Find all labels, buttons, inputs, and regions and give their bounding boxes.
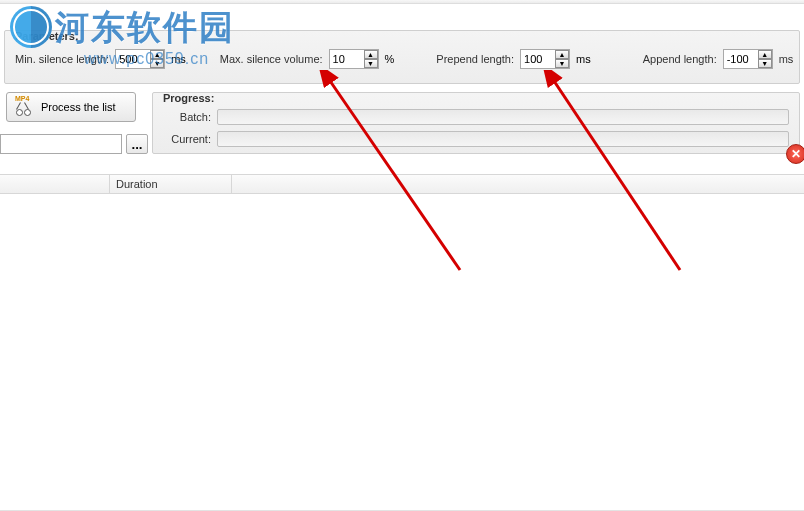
- prepend-length-label: Prepend length:: [436, 53, 514, 65]
- close-icon[interactable]: ✕: [786, 144, 804, 164]
- max-silence-volume-input[interactable]: ▲▼: [329, 49, 379, 69]
- watermark-text: 河东软件园: [55, 5, 235, 51]
- mp4-icon: [15, 99, 35, 115]
- max-silence-volume-label: Max. silence volume:: [220, 53, 323, 65]
- progress-title: Progress:: [161, 92, 216, 104]
- append-length-input[interactable]: ▲▼: [723, 49, 773, 69]
- browse-button[interactable]: ...: [126, 134, 148, 154]
- list-header-duration[interactable]: Duration: [110, 175, 232, 193]
- current-label: Current:: [163, 133, 211, 145]
- process-the-list-label: Process the list: [41, 101, 116, 113]
- watermark-url: www.pc0359.cn: [84, 50, 209, 68]
- current-progress-bar: [217, 131, 789, 147]
- list-header: Duration: [0, 174, 804, 194]
- max-silence-volume-unit: %: [385, 53, 395, 65]
- spin-up-icon[interactable]: ▲: [758, 50, 772, 59]
- window-toolbar: [0, 0, 804, 4]
- prepend-length-input[interactable]: ▲▼: [520, 49, 570, 69]
- spin-down-icon[interactable]: ▼: [758, 59, 772, 68]
- prepend-length-unit: ms: [576, 53, 591, 65]
- append-length-label: Append length:: [643, 53, 717, 65]
- output-path-input[interactable]: [0, 134, 122, 154]
- spin-up-icon[interactable]: ▲: [364, 50, 378, 59]
- prepend-length-field[interactable]: [521, 51, 555, 67]
- spin-up-icon[interactable]: ▲: [555, 50, 569, 59]
- progress-group: Progress: Batch: Current:: [152, 92, 800, 154]
- process-the-list-button[interactable]: Process the list: [6, 92, 136, 122]
- batch-progress-bar: [217, 109, 789, 125]
- spin-down-icon[interactable]: ▼: [364, 59, 378, 68]
- watermark-logo: [10, 6, 52, 48]
- batch-label: Batch:: [163, 111, 211, 123]
- append-length-field[interactable]: [724, 51, 758, 67]
- max-silence-volume-field[interactable]: [330, 51, 364, 67]
- append-length-unit: ms: [779, 53, 794, 65]
- scissors-icon: [16, 105, 30, 115]
- spin-down-icon[interactable]: ▼: [555, 59, 569, 68]
- list-header-col1[interactable]: [0, 175, 110, 193]
